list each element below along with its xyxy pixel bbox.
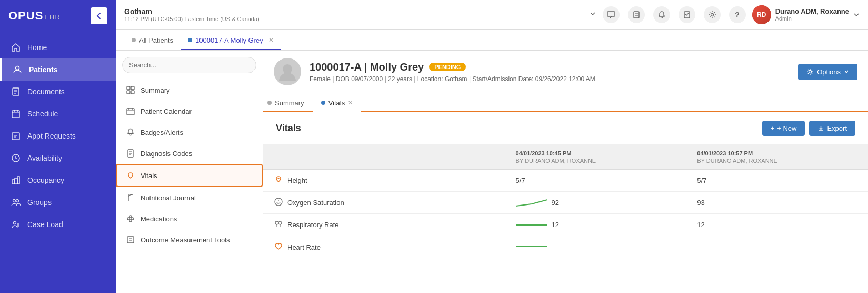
menu-item-medications[interactable]: Medications (116, 208, 263, 229)
svg-rect-43 (127, 237, 134, 243)
menu-item-summary[interactable]: Summary (116, 80, 263, 101)
menu-item-calendar-label: Patient Calendar (141, 108, 192, 115)
vitals-vitals-tab[interactable]: Vitals ✕ (313, 94, 362, 112)
new-button[interactable]: + + New (762, 121, 805, 136)
occupancy-icon (11, 175, 21, 185)
left-panel: Summary Patient Calendar Badges/Alerts (116, 51, 263, 293)
height-label: Height (287, 177, 307, 184)
topbar-icons: ? (603, 6, 746, 23)
summary-icon (126, 85, 135, 95)
height-val1: 5/7 (505, 170, 687, 192)
patient-avatar (274, 58, 301, 85)
nutritional-icon (126, 193, 135, 202)
clipboard-icon-btn[interactable] (628, 6, 645, 23)
sidebar-item-occupancy[interactable]: Occupancy (0, 169, 116, 191)
user-info[interactable]: RD Durano ADM, Roxanne Admin (752, 5, 860, 24)
patient-tab-close[interactable]: ✕ (268, 36, 274, 44)
heart-rate-label: Heart Rate (287, 243, 321, 251)
heart-rate-chart (516, 241, 547, 252)
svg-rect-31 (127, 109, 134, 115)
export-button[interactable]: Export (809, 121, 855, 136)
location-expand-icon[interactable] (589, 10, 596, 19)
height-icon (274, 175, 283, 186)
menu-item-outcome-label: Outcome Measurement Tools (141, 236, 230, 244)
menu-item-medications-label: Medications (141, 215, 177, 223)
sidebar-item-occupancy-label: Occupancy (27, 176, 64, 184)
content-area: Summary Patient Calendar Badges/Alerts (116, 51, 868, 293)
menu-item-outcome[interactable]: Outcome Measurement Tools (116, 229, 263, 250)
patient-name: 1000017-A | Molly Grey (310, 61, 424, 73)
vitals-actions: + + New Export (762, 121, 855, 136)
appt-requests-icon (11, 131, 21, 141)
sidebar-item-availability-label: Availability (27, 154, 62, 162)
respiratory-icon (274, 219, 283, 230)
patient-tab-dot (188, 38, 192, 42)
sidebar-item-appt-label: Appt Requests (27, 132, 76, 140)
patient-tab-label: 1000017-A Molly Grey (195, 36, 263, 44)
help-icon-btn[interactable]: ? (729, 6, 746, 23)
vitals-tab-label: Vitals (328, 99, 345, 107)
bell-menu-icon (126, 128, 135, 137)
sidebar-item-groups-label: Groups (27, 198, 52, 207)
all-patients-label: All Patients (139, 36, 173, 44)
heart-rate-icon (274, 242, 283, 253)
svg-rect-27 (127, 86, 130, 90)
sidebar-item-patients[interactable]: Patients (0, 58, 116, 81)
location-time: 11:12 PM (UTC-05:00) Eastern Time (US & … (124, 16, 581, 22)
patients-icon (12, 64, 23, 75)
main-area: Gotham 11:12 PM (UTC-05:00) Eastern Time… (116, 0, 868, 293)
menu-item-nutritional-label: Nutritional Journal (141, 194, 196, 202)
svg-point-48 (278, 178, 280, 179)
menu-item-calendar[interactable]: Patient Calendar (116, 101, 263, 122)
medications-icon (126, 214, 135, 223)
vitals-title: Vitals (276, 123, 301, 134)
bell-icon-btn[interactable] (653, 6, 670, 23)
menu-item-diagnosis[interactable]: Diagnosis Codes (116, 143, 263, 164)
documents-icon (11, 86, 21, 97)
svg-rect-41 (129, 216, 132, 222)
caseload-icon (11, 219, 21, 230)
sidebar-item-caseload[interactable]: Case Load (0, 213, 116, 236)
user-dropdown-icon (853, 12, 860, 18)
menu-item-badges[interactable]: Badges/Alerts (116, 122, 263, 143)
patient-details: Female | DOB 09/07/2000 | 22 years | Loc… (310, 75, 790, 83)
sidebar-item-home[interactable]: Home (0, 36, 116, 58)
vitals-table: 04/01/2023 10:45 PM BY DURANO ADM, ROXAN… (263, 144, 868, 259)
schedule-icon (11, 109, 21, 119)
sidebar-item-schedule[interactable]: Schedule (0, 103, 116, 125)
svg-point-51 (278, 221, 282, 224)
location-info: Gotham 11:12 PM (UTC-05:00) Eastern Time… (124, 7, 581, 22)
right-panel: 1000017-A | Molly Grey PENDING Female | … (263, 51, 868, 293)
table-row: Oxygen Saturation 92 (263, 192, 868, 214)
sidebar-item-appt-requests[interactable]: Appt Requests (0, 125, 116, 147)
plus-icon: + (771, 124, 775, 132)
svg-point-0 (16, 66, 19, 70)
home-icon (11, 42, 21, 53)
sidebar-item-availability[interactable]: Availability (0, 147, 116, 169)
export-icon (817, 125, 824, 132)
menu-item-vitals[interactable]: Vitals (116, 164, 263, 187)
tasks-icon-btn[interactable] (679, 6, 695, 23)
back-button[interactable] (91, 7, 107, 24)
all-patients-tab[interactable]: All Patients (124, 31, 181, 50)
menu-item-diagnosis-label: Diagnosis Codes (141, 150, 192, 158)
patient-info: 1000017-A | Molly Grey PENDING Female | … (310, 61, 790, 83)
summary-tab-dot (267, 101, 272, 105)
user-avatar: RD (752, 5, 771, 24)
vitals-tab-close[interactable]: ✕ (348, 100, 353, 106)
sidebar-item-groups[interactable]: Groups (0, 191, 116, 213)
oxygen-icon (274, 197, 283, 208)
gear-icon-btn[interactable] (704, 6, 721, 23)
vitals-summary-tab[interactable]: Summary (263, 94, 313, 112)
chat-icon-btn[interactable] (603, 6, 620, 23)
menu-item-nutritional[interactable]: Nutritional Journal (116, 187, 263, 208)
patient-tab-molly[interactable]: 1000017-A Molly Grey ✕ (181, 31, 281, 50)
search-input[interactable] (122, 57, 256, 73)
oxygen-val1: 92 (552, 199, 559, 207)
svg-point-49 (275, 198, 282, 206)
svg-rect-22 (634, 12, 639, 18)
sidebar-item-documents[interactable]: Documents (0, 81, 116, 103)
oxygen-val2: 93 (686, 192, 868, 214)
sidebar-item-caseload-label: Case Load (27, 220, 63, 229)
options-button[interactable]: Options (798, 64, 857, 80)
